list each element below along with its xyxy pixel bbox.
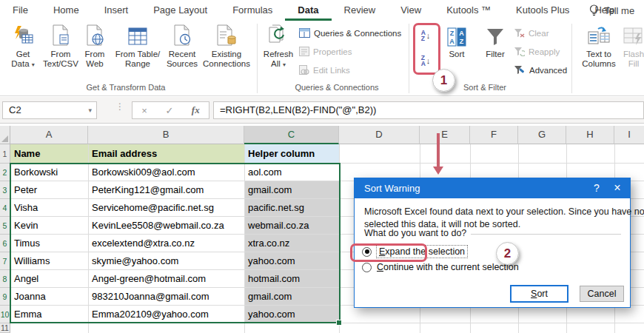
cell-b10[interactable]: Emma202109@yahoo.com (88, 306, 244, 323)
tab-home[interactable]: Home (41, 0, 92, 21)
select-all-button[interactable] (0, 126, 10, 144)
cell-b3[interactable]: PeterKing121@gmail.com (88, 181, 244, 199)
cell-b8[interactable]: Angel-green@hotmail.com (88, 270, 244, 288)
cell-b9[interactable]: 983210Joanna@gmail.com (88, 288, 244, 306)
cell-b6[interactable]: excelextend@xtra.co.nz (88, 235, 244, 252)
cell-a8[interactable]: Angel (10, 270, 88, 288)
row-header-10[interactable]: 10 (0, 306, 10, 323)
row-header-11[interactable]: 11 (0, 323, 10, 333)
fill-handle[interactable] (336, 320, 342, 326)
clear-filter-button[interactable]: Clear (514, 28, 549, 38)
excel-window: File Home Insert Page Layout Formulas Da… (0, 0, 644, 333)
tab-file[interactable]: File (0, 0, 41, 21)
tab-insert[interactable]: Insert (92, 0, 141, 21)
filter-button[interactable]: Filter (480, 23, 511, 82)
column-header-e[interactable]: E (420, 126, 470, 144)
recent-sources-button[interactable]: Recent Sources (166, 23, 198, 82)
cell-b2[interactable]: Borkowski009@aol.com (88, 164, 244, 181)
tab-formulas[interactable]: Formulas (220, 0, 285, 21)
cell-c9[interactable]: gmail.com (244, 288, 339, 306)
row-header-6[interactable]: 6 (0, 235, 10, 252)
tab-data[interactable]: Data (285, 0, 331, 21)
sort-label: Sort (449, 50, 464, 59)
cell-a1[interactable]: Name (10, 144, 88, 164)
annotation-step-1-badge: 1 (432, 69, 455, 92)
from-table-range-button[interactable]: From Table/ Range (108, 23, 167, 82)
row-header-1[interactable]: 1 (0, 144, 10, 164)
dialog-close-button[interactable]: × (608, 178, 627, 198)
column-header-f[interactable]: F (470, 126, 518, 144)
cell-b7[interactable]: skymie@yahoo.com (88, 252, 244, 270)
tab-view[interactable]: View (388, 0, 434, 21)
advanced-filter-button[interactable]: Advanced (514, 65, 567, 75)
cell-c5[interactable]: webmail.co.za (244, 217, 339, 235)
cancel-button[interactable]: Cancel (580, 286, 624, 302)
dropdown-caret-icon: ▾ (32, 61, 35, 68)
reapply-filter-button[interactable]: Reapply (514, 47, 560, 56)
cell-c7[interactable]: yahoo.com (244, 252, 339, 270)
cell-a6[interactable]: Timus (10, 235, 88, 252)
tab-kutools[interactable]: Kutools ™ (434, 0, 503, 21)
dialog-help-button[interactable]: ? (587, 178, 606, 198)
column-header-h[interactable]: H (566, 126, 614, 144)
insert-function-icon[interactable]: fx (192, 104, 200, 116)
cell-b4[interactable]: Servicehome@pacific.net.sg (88, 199, 244, 217)
existing-connections-button[interactable]: Existing Connections (198, 23, 255, 82)
sort-button-label: ort (537, 289, 548, 299)
tab-kutools-plus[interactable]: Kutools Plus (503, 0, 582, 21)
cell-c10[interactable]: yahoo.com (244, 306, 339, 323)
refresh-all-button[interactable]: Refresh All ▾ (261, 23, 296, 82)
text-to-columns-button[interactable]: Text to Columns (579, 23, 619, 82)
row-header-8[interactable]: 8 (0, 270, 10, 288)
name-box[interactable]: C2 ▾ (2, 101, 97, 119)
row-header-2[interactable]: 2 (0, 164, 10, 181)
cell-b5[interactable]: KevinLee5508@webmail.co.za (88, 217, 244, 235)
column-header-b[interactable]: B (88, 126, 244, 144)
cell-a4[interactable]: Visha (10, 199, 88, 217)
cell-c6[interactable]: xtra.co.nz (244, 235, 339, 252)
cell-a3[interactable]: Peter (10, 181, 88, 199)
row-header-5[interactable]: 5 (0, 217, 10, 235)
row-header-7[interactable]: 7 (0, 252, 10, 270)
queries-connections-button[interactable]: Queries & Connections (299, 28, 401, 38)
tab-review[interactable]: Review (332, 0, 389, 21)
radio-unselected-icon[interactable] (362, 263, 372, 272)
column-header-g[interactable]: G (518, 126, 566, 144)
edit-links-button[interactable]: Edit Links (299, 65, 350, 75)
ribbon-tab-bar: File Home Insert Page Layout Formulas Da… (0, 0, 644, 21)
edit-links-label: Edit Links (313, 66, 350, 75)
column-header-i[interactable]: I (614, 126, 644, 144)
flash-fill-button[interactable]: Flash Fill (620, 23, 644, 82)
formula-bar-grip-icon[interactable]: ⋮ (115, 103, 124, 110)
cell-c2[interactable]: aol.com (244, 164, 339, 181)
radio-continue-selection[interactable]: Continue with the current selection (362, 262, 519, 272)
existing-connections-label: Existing Connections (198, 50, 255, 69)
column-header-d[interactable]: D (339, 126, 420, 144)
row-header-3[interactable]: 3 (0, 181, 10, 199)
column-header-a[interactable]: A (10, 126, 88, 144)
cell-c8[interactable]: hotmail.com (244, 270, 339, 288)
properties-button[interactable]: Properties (299, 47, 352, 56)
cell-a5[interactable]: Kevin (10, 217, 88, 235)
cell-a2[interactable]: Borkowski (10, 164, 88, 181)
formula-input[interactable]: =RIGHT(B2,LEN(B2)-FIND("@",B2)) (213, 101, 644, 119)
cell-a10[interactable]: Emma (10, 306, 88, 323)
sort-confirm-button[interactable]: Sort (510, 285, 568, 303)
from-web-button[interactable]: From Web (80, 23, 110, 82)
cancel-entry-icon[interactable]: × (141, 105, 147, 116)
row-header-9[interactable]: 9 (0, 288, 10, 306)
cell-a9[interactable]: Joanna (10, 288, 88, 306)
tab-page-layout[interactable]: Page Layout (141, 0, 220, 21)
enter-entry-icon[interactable]: ✓ (165, 105, 173, 116)
cell-c1[interactable]: Helper column (244, 144, 339, 164)
cell-b1[interactable]: Email address (88, 144, 244, 164)
from-text-csv-button[interactable]: From Text/CSV (42, 23, 79, 82)
name-box-caret-icon[interactable]: ▾ (88, 102, 92, 118)
column-header-c[interactable]: C (244, 126, 339, 144)
row-header-4[interactable]: 4 (0, 199, 10, 217)
cell-a7[interactable]: Williams (10, 252, 88, 270)
tell-me-box[interactable]: Tell me (604, 1, 634, 21)
get-data-button[interactable]: Get Data ▾ (6, 23, 40, 82)
cell-c3[interactable]: gmail.com (244, 181, 339, 199)
cell-c4[interactable]: pacific.net.sg (244, 199, 339, 217)
